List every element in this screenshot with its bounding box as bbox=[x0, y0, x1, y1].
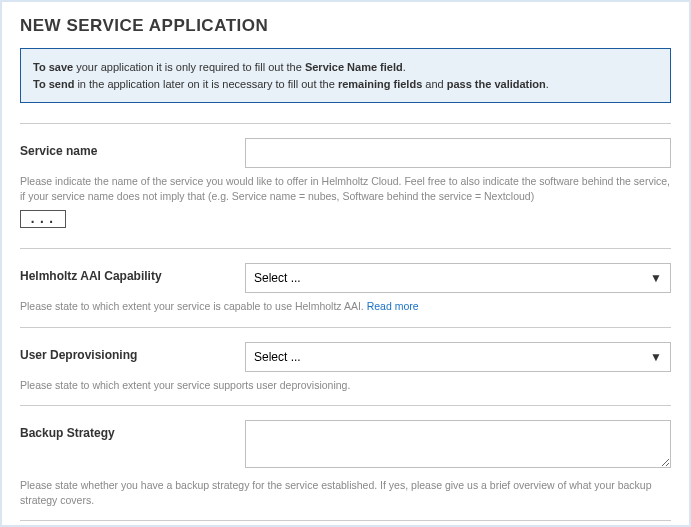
aai-help-text: Please state to which extent your servic… bbox=[20, 300, 367, 312]
info-text: and bbox=[422, 78, 446, 90]
backup-help: Please state whether you have a backup s… bbox=[20, 478, 671, 508]
info-text: . bbox=[546, 78, 549, 90]
service-name-input[interactable] bbox=[245, 138, 671, 168]
info-text: . bbox=[403, 61, 406, 73]
aai-select[interactable]: Select ... ▼ bbox=[245, 263, 671, 293]
aai-selected-value: Select ... bbox=[254, 271, 301, 285]
divider bbox=[20, 405, 671, 406]
section-aai: Helmholtz AAI Capability Select ... ▼ Pl… bbox=[20, 263, 671, 314]
info-send-bold: To send bbox=[33, 78, 74, 90]
divider bbox=[20, 327, 671, 328]
info-text: your application it is only required to … bbox=[73, 61, 305, 73]
form-container: NEW SERVICE APPLICATION To save your app… bbox=[0, 0, 691, 527]
deprov-label: User Deprovisioning bbox=[20, 342, 245, 362]
info-save-bold: To save bbox=[33, 61, 73, 73]
ellipsis-icon: ... bbox=[29, 212, 57, 226]
deprov-selected-value: Select ... bbox=[254, 350, 301, 364]
backup-textarea[interactable] bbox=[245, 420, 671, 468]
divider bbox=[20, 520, 671, 521]
page-title: NEW SERVICE APPLICATION bbox=[20, 16, 671, 36]
aai-help: Please state to which extent your servic… bbox=[20, 299, 671, 314]
info-validation-bold: pass the validation bbox=[447, 78, 546, 90]
deprov-help: Please state to which extent your servic… bbox=[20, 378, 671, 393]
section-backup: Backup Strategy Please state whether you… bbox=[20, 420, 671, 508]
service-name-label: Service name bbox=[20, 138, 245, 158]
section-service-name: Service name Please indicate the name of… bbox=[20, 138, 671, 236]
chevron-down-icon: ▼ bbox=[650, 350, 662, 364]
aai-read-more-link[interactable]: Read more bbox=[367, 300, 419, 312]
section-deprov: User Deprovisioning Select ... ▼ Please … bbox=[20, 342, 671, 393]
info-box: To save your application it is only requ… bbox=[20, 48, 671, 103]
info-remaining-bold: remaining fields bbox=[338, 78, 422, 90]
divider bbox=[20, 248, 671, 249]
backup-label: Backup Strategy bbox=[20, 420, 245, 440]
chevron-down-icon: ▼ bbox=[650, 271, 662, 285]
info-servicename-bold: Service Name field bbox=[305, 61, 403, 73]
deprov-select[interactable]: Select ... ▼ bbox=[245, 342, 671, 372]
aai-label: Helmholtz AAI Capability bbox=[20, 263, 245, 283]
info-text: in the application later on it is necess… bbox=[74, 78, 338, 90]
service-name-help: Please indicate the name of the service … bbox=[20, 174, 671, 204]
collapse-toggle[interactable]: ... bbox=[20, 210, 66, 228]
divider bbox=[20, 123, 671, 124]
